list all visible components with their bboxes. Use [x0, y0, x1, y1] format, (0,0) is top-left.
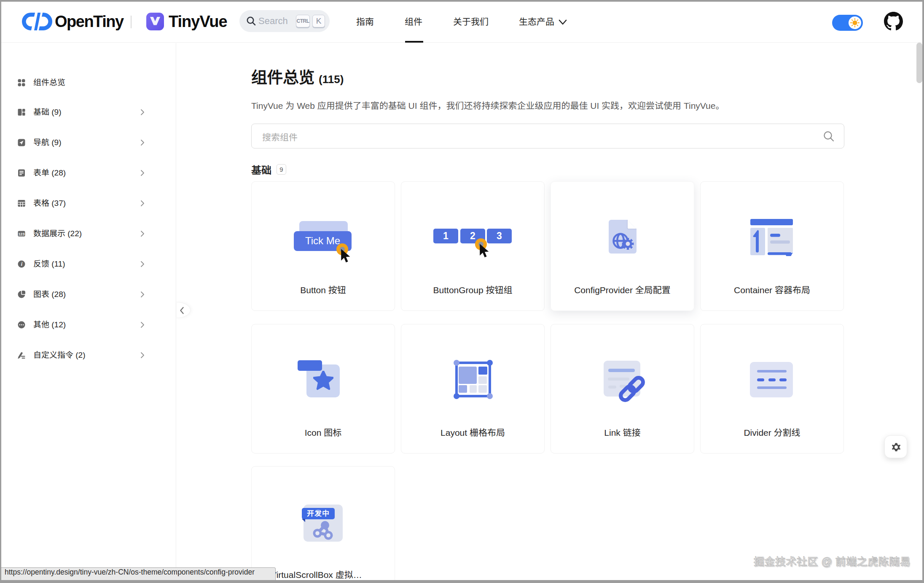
svg-text:i: i [21, 261, 23, 267]
svg-text:123: 123 [19, 232, 25, 236]
